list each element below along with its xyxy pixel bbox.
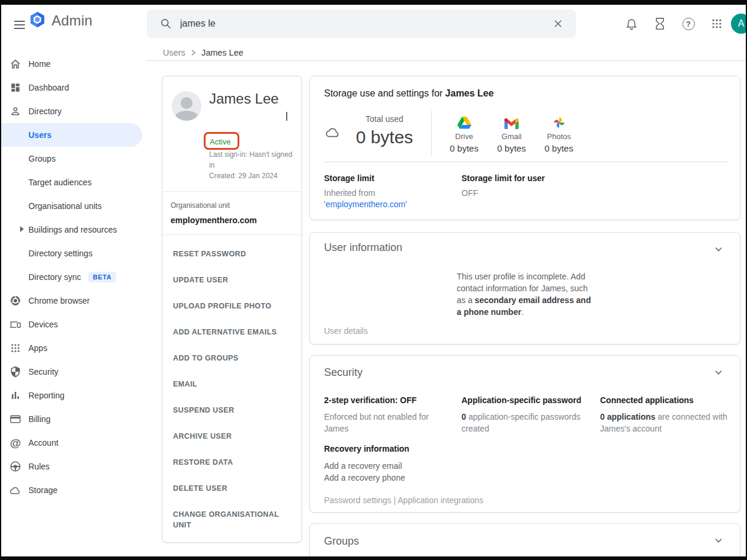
archive-user-button[interactable]: ARCHIVE USER: [162, 423, 302, 449]
sidebar-item-apps[interactable]: Apps: [1, 336, 142, 360]
sidebar-item-label: Apps: [28, 343, 47, 353]
org-unit-value: employmenthero.com: [171, 215, 257, 225]
restore-data-button[interactable]: RESTORE DATA: [162, 449, 302, 475]
last-sign-in: Last sign-in: Hasn't signed in: [209, 149, 297, 170]
chevron-down-icon[interactable]: [713, 243, 724, 258]
breadcrumb: Users James Lee: [163, 45, 243, 60]
account-avatar[interactable]: A: [731, 14, 747, 34]
reset-password-button[interactable]: RESET PASSWORD: [162, 241, 302, 267]
sidebar-item-target-audiences[interactable]: Target audiences: [1, 170, 142, 194]
suspend-user-button[interactable]: SUSPEND USER: [162, 397, 302, 423]
search-input[interactable]: [180, 18, 546, 29]
sidebar-item-label: Devices: [28, 320, 58, 329]
chevron-down-icon[interactable]: [713, 366, 724, 381]
recovery-info-label: Recovery information: [324, 443, 409, 455]
storage-card-title: Storage use and settings for James Lee: [324, 88, 493, 99]
user-avatar[interactable]: [172, 91, 201, 121]
photos-icon: [538, 113, 579, 130]
sidebar-item-reporting[interactable]: Reporting: [1, 384, 142, 407]
divider: [431, 111, 432, 156]
chevron-down-icon[interactable]: [713, 535, 724, 549]
sidebar-item-home[interactable]: Home: [1, 52, 142, 76]
sidebar-item-label: Security: [28, 367, 59, 376]
sidebar-item-storage[interactable]: Storage: [1, 478, 142, 502]
sidebar-item-devices[interactable]: Devices: [1, 313, 142, 336]
upload-profile-photo-button[interactable]: UPLOAD PROFILE PHOTO: [162, 293, 302, 319]
connected-apps-label: Connected applications: [600, 395, 728, 406]
groups-card: Groups: [309, 523, 740, 560]
service-name: Drive: [444, 132, 485, 141]
expand-arrow-icon[interactable]: [20, 226, 24, 232]
sidebar-item-billing[interactable]: Billing: [1, 407, 142, 431]
sidebar-item-label: Account: [28, 438, 59, 448]
user-storage-limit-block: Storage limit for user OFF: [461, 173, 615, 199]
sidebar-item-organisational-units[interactable]: Organisational units: [1, 194, 142, 218]
sidebar-item-account[interactable]: @ Account: [1, 431, 142, 455]
sidebar-item-rules[interactable]: Rules: [1, 455, 142, 478]
clear-search-icon[interactable]: [546, 12, 570, 36]
drive-usage: Drive 0 bytes: [444, 113, 485, 153]
search-bar[interactable]: [147, 9, 576, 38]
breadcrumb-chevron-icon: [191, 49, 196, 56]
email-button[interactable]: EMAIL: [162, 371, 302, 397]
chrome-icon: [9, 295, 21, 307]
add-recovery-phone-link[interactable]: Add a recovery phone: [324, 472, 409, 484]
cloud-icon: [325, 126, 341, 140]
created-date: Created: 29 Jan 2024: [209, 170, 297, 181]
sidebar-item-label: Storage: [28, 485, 57, 495]
beta-badge: BETA: [88, 272, 117, 282]
sidebar-item-groups[interactable]: Groups: [1, 147, 142, 170]
tasks-hourglass-icon[interactable]: [646, 9, 674, 38]
recovery-information-block: Recovery information Add a recovery emai…: [324, 443, 409, 484]
at-icon: @: [9, 437, 21, 449]
user-actions-list: RESET PASSWORD UPDATE USER UPLOAD PROFIL…: [162, 241, 302, 538]
shield-icon: [9, 366, 21, 378]
apps-grid-icon[interactable]: [703, 9, 731, 38]
annotation-highlight-box: [204, 132, 239, 150]
application-integrations-link[interactable]: Application integrations: [397, 495, 483, 505]
user-details-link[interactable]: User details: [324, 326, 368, 336]
devices-icon: [9, 318, 21, 330]
sidebar-item-directory-sync[interactable]: Directory sync BETA: [1, 265, 142, 289]
divider: [162, 191, 302, 192]
service-value: 0 bytes: [491, 143, 532, 153]
app-title: Admin: [52, 12, 92, 29]
sidebar-item-label: Chrome browser: [28, 296, 89, 305]
top-app-bar: Admin: [1, 5, 746, 43]
groups-title: Groups: [324, 535, 359, 548]
org-unit-label: Organisational unit: [171, 201, 230, 210]
google-admin-logo[interactable]: Admin: [28, 11, 92, 31]
password-settings-link[interactable]: Password settings: [324, 495, 392, 505]
notifications-bell-icon[interactable]: [617, 9, 646, 38]
change-organisational-unit-button[interactable]: CHANGE ORGANISATIONAL UNIT: [162, 501, 302, 538]
breadcrumb-users-link[interactable]: Users: [163, 48, 185, 57]
add-recovery-email-link[interactable]: Add a recovery email: [324, 460, 409, 472]
sidebar-item-security[interactable]: Security: [1, 360, 142, 384]
sidebar-item-buildings-and-resources[interactable]: Buildings and resources: [1, 218, 142, 242]
user-profile-card: James Lee Active Last sign-in: Hasn't si…: [162, 76, 302, 543]
org-unit-link[interactable]: 'employmenthero.com': [324, 199, 448, 210]
add-to-groups-button[interactable]: ADD TO GROUPS: [162, 345, 302, 371]
separator: |: [392, 495, 398, 505]
app-specific-password-block: Application-specific password 0 applicat…: [461, 395, 591, 435]
text-cursor: [286, 112, 287, 121]
sidebar-item-directory-settings[interactable]: Directory settings: [1, 242, 142, 265]
help-question-glyph: ?: [682, 18, 695, 30]
admin-logo-icon: [28, 11, 46, 31]
screen-edge: [0, 0, 1, 560]
delete-user-button[interactable]: DELETE USER: [162, 475, 302, 501]
help-icon[interactable]: ?: [674, 9, 703, 38]
sidebar-item-label: Billing: [28, 414, 50, 424]
sidebar-item-directory[interactable]: Directory: [1, 99, 142, 123]
sidebar-item-users[interactable]: Users: [1, 123, 142, 147]
screen-edge: [0, 556, 747, 560]
sidebar-item-label: Organisational units: [28, 201, 102, 211]
sidebar-item-dashboard[interactable]: Dashboard: [1, 76, 142, 99]
add-alternative-emails-button[interactable]: ADD ALTERNATIVE EMAILS: [162, 319, 302, 345]
sidebar-item-chrome-browser[interactable]: Chrome browser: [1, 289, 142, 313]
update-user-button[interactable]: UPDATE USER: [162, 267, 302, 293]
total-used-label: Total used: [344, 114, 425, 124]
breadcrumb-divider: [146, 60, 746, 61]
user-limit-value: OFF: [461, 188, 615, 199]
photos-usage: Photos 0 bytes: [538, 113, 579, 153]
